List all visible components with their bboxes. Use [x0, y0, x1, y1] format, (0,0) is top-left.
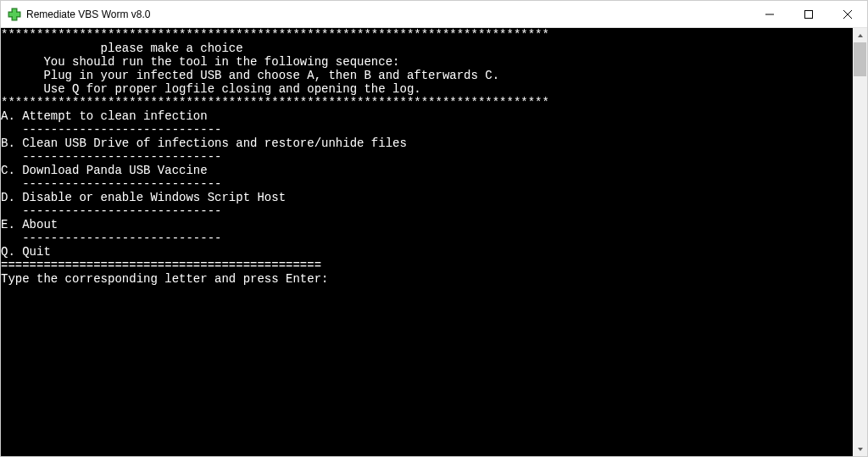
- scroll-down-button[interactable]: [853, 442, 867, 456]
- maximize-icon: [804, 10, 813, 19]
- minimize-icon: [765, 10, 774, 19]
- titlebar[interactable]: Remediate VBS Worm v8.0: [1, 1, 867, 28]
- scroll-up-button[interactable]: [853, 28, 867, 42]
- scrollbar-thumb[interactable]: [854, 42, 866, 76]
- svg-marker-8: [858, 34, 863, 37]
- vertical-scrollbar[interactable]: [853, 28, 867, 456]
- application-window: Remediate VBS Worm v8.0 ****************…: [0, 0, 868, 457]
- app-plus-icon: [8, 8, 21, 21]
- svg-rect-3: [9, 13, 19, 16]
- console-output[interactable]: ****************************************…: [1, 28, 853, 456]
- window-controls: [750, 1, 867, 27]
- client-area: ****************************************…: [1, 28, 867, 456]
- chevron-down-icon: [857, 446, 864, 453]
- close-icon: [843, 10, 852, 19]
- svg-marker-9: [858, 448, 863, 451]
- window-title: Remediate VBS Worm v8.0: [26, 8, 750, 20]
- minimize-button[interactable]: [750, 1, 789, 27]
- close-button[interactable]: [828, 1, 867, 27]
- svg-rect-5: [805, 10, 813, 18]
- chevron-up-icon: [857, 32, 864, 39]
- maximize-button[interactable]: [789, 1, 828, 27]
